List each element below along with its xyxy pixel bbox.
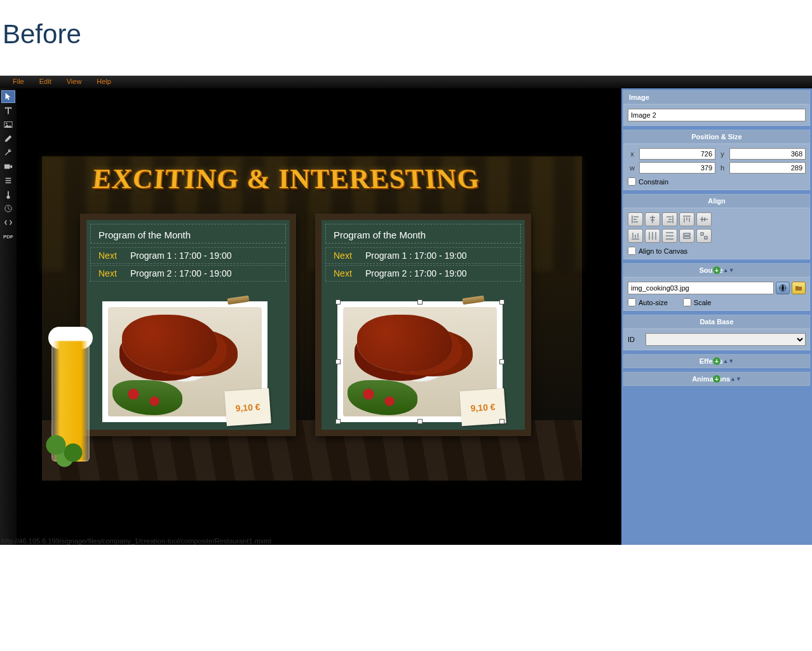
selection-handle[interactable] <box>499 299 504 305</box>
section-animations-header[interactable]: + Animations ▲▼ <box>623 372 810 386</box>
food-image-left[interactable]: 9,10 € <box>102 301 267 422</box>
program-title-left[interactable]: Program of the Month <box>90 224 286 243</box>
canvas[interactable]: EXCITING & INTERESTING Program of the Mo… <box>42 156 582 481</box>
canvas-area[interactable]: EXCITING & INTERESTING Program of the Mo… <box>17 88 621 545</box>
distribute-h-button[interactable] <box>645 229 660 243</box>
tool-text[interactable] <box>1 104 15 117</box>
tool-select[interactable] <box>1 90 15 103</box>
tool-list[interactable] <box>1 174 15 187</box>
collapse-arrows-icon[interactable]: ▲▼ <box>730 376 741 382</box>
program-text: Program 2 : 17:00 - 19:00 <box>365 268 467 278</box>
tool-temperature[interactable] <box>1 188 15 201</box>
section-align-label: Align <box>708 197 726 205</box>
id-select[interactable] <box>646 333 806 346</box>
tool-clock[interactable] <box>1 202 15 215</box>
align-right-button[interactable] <box>662 212 677 226</box>
browse-web-button[interactable] <box>776 282 790 294</box>
selection-handle[interactable] <box>335 359 341 364</box>
browse-file-button[interactable] <box>792 282 806 294</box>
selection-handle[interactable] <box>417 419 423 424</box>
tool-image[interactable] <box>1 118 15 131</box>
h-input[interactable] <box>729 162 806 174</box>
section-position-header[interactable]: Position & Size <box>623 130 810 144</box>
program-row[interactable]: Next Program 1 : 17:00 - 19:00 <box>90 247 286 264</box>
tool-video[interactable] <box>1 160 15 173</box>
program-text: Program 2 : 17:00 - 19:00 <box>130 268 232 278</box>
match-width-button[interactable] <box>679 229 694 243</box>
food-image-right-selected[interactable]: 9,10 € <box>337 301 503 422</box>
selection-handle[interactable] <box>335 419 341 424</box>
section-effects-header[interactable]: + Effects ▲▼ <box>623 354 810 368</box>
constrain-checkbox[interactable] <box>628 177 636 186</box>
align-center-v-button[interactable] <box>696 212 712 226</box>
menu-help[interactable]: Help <box>89 76 119 88</box>
clip-icon <box>227 296 249 305</box>
distribute-v-button[interactable] <box>662 229 677 243</box>
program-row[interactable]: Next Program 2 : 17:00 - 19:00 <box>325 265 521 282</box>
svg-rect-6 <box>701 233 703 235</box>
section-image-label: Image <box>629 93 649 101</box>
program-row[interactable]: Next Program 2 : 17:00 - 19:00 <box>90 265 286 282</box>
selection-handle[interactable] <box>335 299 341 305</box>
collapse-arrows-icon[interactable]: ▲▼ <box>722 358 734 364</box>
menu-edit[interactable]: Edit <box>32 76 59 88</box>
next-tag: Next <box>334 268 359 278</box>
app-window: File Edit View Help <box>0 76 812 545</box>
menu-file[interactable]: File <box>5 76 32 88</box>
add-effect-icon[interactable]: + <box>713 357 721 365</box>
auto-size-checkbox[interactable] <box>628 298 636 306</box>
scale-label: Scale <box>694 299 712 306</box>
tool-pen[interactable] <box>1 132 15 145</box>
selection-handle[interactable] <box>499 359 504 364</box>
selection-handle[interactable] <box>499 419 504 424</box>
align-center-h-button[interactable] <box>645 212 660 226</box>
section-animations-label: Animations <box>692 375 730 383</box>
tool-pdf[interactable]: PDF <box>1 230 15 243</box>
section-align-header[interactable]: Align <box>623 194 810 208</box>
source-path-input[interactable] <box>628 282 774 294</box>
add-source-icon[interactable]: + <box>713 266 721 274</box>
collapse-arrows-icon[interactable]: ▲▼ <box>723 267 734 273</box>
program-title-right[interactable]: Program of the Month <box>325 224 521 243</box>
beer-graphic[interactable] <box>42 303 105 462</box>
svg-rect-2 <box>4 165 10 169</box>
page-title: Before <box>0 0 812 50</box>
match-size-button[interactable] <box>696 229 712 243</box>
food-graphic <box>122 315 217 372</box>
menubar: File Edit View Help <box>0 76 812 88</box>
w-label: w <box>628 164 637 172</box>
program-text: Program 1 : 17:00 - 19:00 <box>365 250 467 261</box>
section-database-header[interactable]: Data Base <box>623 315 810 329</box>
headline-text[interactable]: EXCITING & INTERESTING <box>91 163 481 195</box>
align-canvas-checkbox[interactable] <box>628 247 636 255</box>
align-left-button[interactable] <box>628 212 643 226</box>
menu-view[interactable]: View <box>59 76 90 88</box>
image-name-input[interactable] <box>628 109 806 121</box>
add-animation-icon[interactable]: + <box>713 375 721 383</box>
section-image-header[interactable]: Image <box>623 90 810 104</box>
scale-checkbox[interactable] <box>683 298 691 306</box>
svg-rect-4 <box>684 233 690 235</box>
constrain-label: Constrain <box>639 178 668 186</box>
id-label: ID <box>628 336 640 343</box>
tool-code[interactable] <box>1 216 15 229</box>
tool-wrench[interactable] <box>1 146 15 159</box>
clip-icon <box>462 296 484 305</box>
x-input[interactable] <box>639 148 715 160</box>
program-row[interactable]: Next Program 1 : 17:00 - 19:00 <box>325 247 521 264</box>
align-bottom-button[interactable] <box>628 229 643 243</box>
next-tag: Next <box>98 250 124 261</box>
price-tag-left[interactable]: 9,10 € <box>224 388 271 427</box>
y-input[interactable] <box>729 148 806 160</box>
selection-handle[interactable] <box>417 299 423 305</box>
svg-rect-5 <box>684 236 690 238</box>
section-database-label: Data Base <box>700 318 733 326</box>
w-input[interactable] <box>639 162 715 174</box>
align-top-button[interactable] <box>679 212 694 226</box>
food-graphic <box>357 315 452 372</box>
properties-panel: Image Position & Size x y w <box>621 88 812 545</box>
menu-board-left[interactable]: Program of the Month Next Program 1 : 17… <box>80 214 296 436</box>
align-canvas-label: Align to Canvas <box>639 247 687 255</box>
menu-board-right[interactable]: Program of the Month Next Program 1 : 17… <box>315 214 531 436</box>
section-source-header[interactable]: + Source ▲▼ <box>623 263 810 277</box>
